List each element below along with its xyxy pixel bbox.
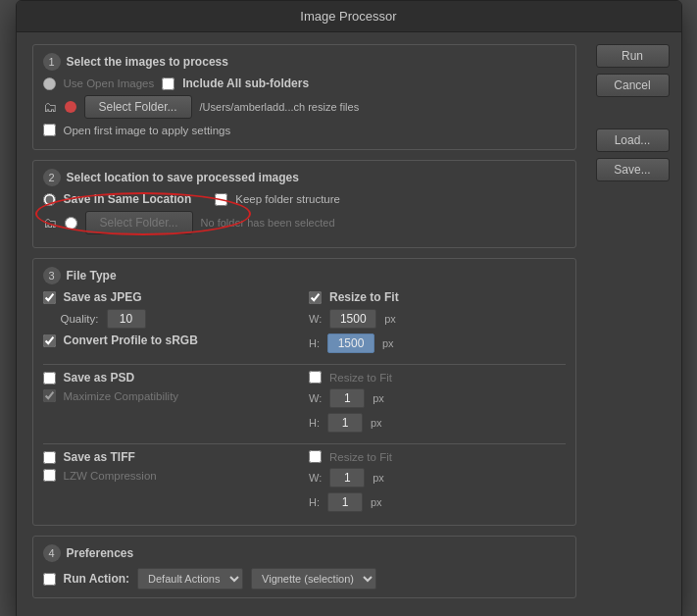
psd-h-label: H:	[309, 417, 320, 429]
jpeg-w-label: W:	[309, 313, 322, 325]
jpeg-px2: px	[382, 337, 394, 349]
run-action-checkbox[interactable]	[43, 573, 56, 586]
step-3-circle: 3	[43, 267, 61, 284]
jpeg-h-label: H:	[309, 337, 320, 349]
section-3: 3 File Type Save as JPEG Quality:	[32, 258, 576, 526]
jpeg-quality-input[interactable]	[107, 309, 146, 329]
save-same-location-radio[interactable]	[43, 193, 56, 206]
jpeg-px1: px	[384, 313, 396, 325]
save-button[interactable]: Save...	[596, 158, 670, 181]
convert-profile-checkbox[interactable]	[43, 334, 56, 347]
step-2-circle: 2	[43, 169, 61, 186]
psd-h-input[interactable]	[327, 413, 363, 433]
tiff-resize-label: Resize to Fit	[329, 451, 392, 463]
psd-resize-checkbox[interactable]	[309, 371, 322, 384]
no-folder-path: No folder has been selected	[201, 217, 335, 229]
select-folder-radio[interactable]	[65, 217, 77, 230]
use-open-images-radio[interactable]	[43, 77, 56, 90]
save-same-location-label: Save in Same Location	[64, 192, 192, 206]
open-first-image-checkbox[interactable]	[43, 124, 56, 136]
psd-resize-label: Resize to Fit	[329, 372, 392, 384]
section-2: 2 Select location to save processed imag…	[32, 160, 576, 248]
run-button[interactable]: Run	[596, 44, 670, 68]
maximize-compat-label: Maximize Compatibility	[64, 390, 179, 402]
select-folder-button[interactable]: Select Folder...	[84, 95, 192, 119]
jpeg-w-input[interactable]	[329, 309, 376, 329]
action-set-select[interactable]: Default Actions	[137, 568, 243, 590]
tiff-h-input[interactable]	[327, 492, 363, 512]
tiff-px1: px	[373, 472, 384, 484]
dialog-title: Image Processor	[300, 9, 396, 24]
keep-folder-structure-checkbox[interactable]	[215, 193, 227, 206]
select-folder-button-2[interactable]: Select Folder...	[85, 211, 193, 234]
psd-w-input[interactable]	[329, 388, 365, 408]
save-jpeg-label: Save as JPEG	[64, 290, 142, 304]
section-4-title: Preferences	[67, 546, 134, 560]
section-1: 1 Select the images to process Use Open …	[32, 44, 576, 150]
action-name-select[interactable]: Vignette (selection)	[251, 568, 376, 590]
save-tiff-checkbox[interactable]	[43, 451, 56, 464]
jpeg-resize-checkbox[interactable]	[309, 291, 322, 304]
include-subfolders-label: Include All sub-folders	[182, 77, 309, 90]
load-button[interactable]: Load...	[596, 128, 670, 152]
image-processor-dialog: Image Processor 1 Select the images to p…	[16, 0, 682, 616]
tiff-px2: px	[371, 496, 382, 508]
jpeg-h-input[interactable]	[327, 334, 374, 353]
cancel-button[interactable]: Cancel	[596, 74, 670, 97]
save-tiff-label: Save as TIFF	[64, 450, 135, 464]
step-4-circle: 4	[43, 544, 61, 562]
jpeg-resize-label: Resize to Fit	[329, 290, 399, 304]
save-jpeg-checkbox[interactable]	[43, 291, 56, 304]
record-icon	[65, 101, 76, 113]
folder-path: /Users/amberladd...ch resize files	[200, 101, 360, 113]
open-first-image-label: Open first image to apply settings	[64, 125, 231, 136]
step-1-circle: 1	[43, 53, 61, 71]
include-subfolders-checkbox[interactable]	[162, 77, 174, 90]
psd-px1: px	[373, 392, 384, 404]
run-action-label: Run Action:	[64, 572, 130, 586]
tiff-w-label: W:	[309, 472, 322, 484]
psd-px2: px	[371, 417, 382, 429]
folder-icon-2: 🗂	[43, 215, 57, 231]
title-bar: Image Processor	[17, 1, 681, 32]
save-psd-checkbox[interactable]	[43, 372, 56, 385]
section-1-title: Select the images to process	[67, 55, 228, 69]
section-4: 4 Preferences Run Action: Default Action…	[32, 536, 576, 598]
convert-profile-label: Convert Profile to sRGB	[64, 334, 198, 347]
tiff-w-input[interactable]	[329, 468, 365, 488]
tiff-resize-checkbox[interactable]	[309, 450, 322, 463]
tiff-h-label: H:	[309, 496, 320, 508]
section-3-title: File Type	[67, 269, 117, 282]
save-psd-label: Save as PSD	[64, 371, 135, 385]
sidebar-buttons: Run Cancel Load... Save...	[592, 32, 681, 616]
folder-icon: 🗂	[43, 99, 57, 115]
quality-label: Quality:	[61, 313, 99, 325]
maximize-compat-checkbox[interactable]	[43, 389, 56, 402]
psd-w-label: W:	[309, 392, 322, 404]
section-2-title: Select location to save processed images	[67, 171, 299, 184]
use-open-images-label: Use Open Images	[64, 77, 155, 89]
lzw-label: LZW Compression	[64, 470, 157, 482]
keep-folder-structure-label: Keep folder structure	[235, 193, 340, 205]
lzw-checkbox[interactable]	[43, 469, 56, 482]
